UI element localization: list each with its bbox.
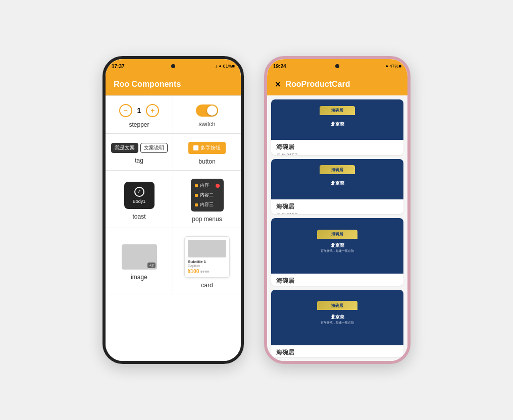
pop-menus-cell: 内容一 内容二 内容三 pop menus [173, 171, 241, 228]
product-name-3: 海碗居 [276, 277, 398, 285]
pop-menu-label-3: 内容三 [200, 201, 214, 208]
card-price: ¥100 ¥100 [188, 269, 226, 274]
pop-menu-item-2[interactable]: 内容二 [195, 190, 220, 200]
toast-body: Body1 [133, 199, 146, 204]
card-preview: Subtitle 1 Caption ¥100 ¥100 [184, 236, 230, 278]
sign-cn-1: 北京菜 [331, 121, 344, 128]
sign-cn-4: 北京菜 [331, 314, 344, 321]
left-icons: ♪ ● 61%■ [216, 64, 235, 69]
product-card-4[interactable]: 海碗居 北京菜 百年传承，每逢一筷京韵 海碗居 月售2153 price [271, 290, 403, 357]
sign-logo-3: 海碗居 [331, 231, 343, 237]
toast-cell: ✓ Body1 toast [106, 171, 173, 228]
switch-label: switch [198, 121, 215, 128]
pop-menu-item-1[interactable]: 内容一 [195, 181, 220, 190]
left-phone: 17:37 ♪ ● 61%■ Roo Components − 1 + step… [102, 56, 244, 364]
right-phone: 19:24 ● 47%■ × RooProductCard 海碗居 北京菜 [264, 56, 411, 364]
card-label: card [201, 282, 213, 289]
toast: ✓ Body1 [124, 182, 155, 209]
product-sign-4: 海碗居 北京菜 百年传承，每逢一筷京韵 [317, 301, 357, 334]
sign-bottom-2: 北京菜 [320, 174, 355, 193]
pop-menu-item-3[interactable]: 内容三 [195, 200, 220, 209]
tag-cell: 我是文案 文案说明 tag [106, 134, 173, 171]
product-sign-3: 海碗居 北京菜 百年传承，每逢一筷京韵 [317, 230, 357, 262]
switch-cell: switch [173, 96, 241, 134]
switch-toggle[interactable] [196, 104, 218, 117]
sign-logo-2: 海碗居 [331, 167, 343, 173]
card-cell: Subtitle 1 Caption ¥100 ¥100 card [173, 228, 241, 294]
pop-menu-dot-1 [195, 184, 198, 187]
product-list: 海碗居 北京菜 海碗居 月售2153 price [267, 95, 407, 361]
right-icons: ● 47%■ [386, 64, 401, 69]
product-body-3: 海碗居 月售2153 price [271, 274, 403, 285]
stepper-cell: − 1 + stepper [106, 96, 173, 134]
stepper[interactable]: − 1 + [119, 104, 160, 117]
tag-item-2[interactable]: 文案说明 [140, 143, 168, 153]
components-grid: − 1 + stepper switch 我是文案 文案说明 tag [106, 95, 241, 294]
pop-menu-dot-3 [195, 203, 198, 206]
pop-menu-badge [216, 184, 220, 188]
product-card-1[interactable]: 海碗居 北京菜 海碗居 月售2153 price [271, 99, 403, 155]
pop-menu-label-1: 内容一 [200, 182, 214, 189]
left-app-bar: Roo Components [106, 73, 241, 95]
image-cell: +2 image [106, 228, 173, 294]
tag-label: tag [135, 157, 143, 164]
sign-logo-1: 海碗居 [331, 108, 343, 113]
product-sales-2: 月售2153 [276, 212, 398, 215]
sign-bottom-4: 北京菜 百年传承，每逢一筷京韵 [317, 310, 357, 329]
sign-bottom-1: 北京菜 [320, 115, 355, 134]
product-name-4: 海碗居 [276, 348, 398, 357]
card-price-highlight: ¥100 [188, 269, 199, 274]
sign-sub-4: 百年传承，每逢一筷京韵 [321, 321, 354, 325]
card-caption: Caption [188, 264, 226, 268]
pop-menus-label: pop menus [192, 216, 222, 223]
left-app-title: Roo Components [114, 80, 181, 89]
tag-item-1[interactable]: 我是文案 [111, 143, 138, 153]
left-status-bar: 17:37 ♪ ● 61%■ [106, 59, 241, 73]
product-body-1: 海碗居 月售2153 price [271, 140, 403, 155]
left-time: 17:37 [112, 64, 125, 69]
switch-thumb [207, 106, 217, 116]
tag-group: 我是文案 文案说明 [111, 143, 168, 153]
sign-cn-3: 北京菜 [331, 242, 344, 249]
sign-sub-3: 百年传承，每逢一筷京韵 [321, 249, 354, 253]
stepper-minus[interactable]: − [119, 104, 132, 117]
pop-menu: 内容一 内容二 内容三 [191, 179, 224, 212]
sign-cn-2: 北京菜 [331, 180, 344, 187]
right-time: 19:24 [273, 64, 286, 69]
right-app-title: RooProductCard [286, 80, 350, 89]
multi-button[interactable]: 多字按钮 [188, 142, 226, 154]
close-button[interactable]: × [275, 79, 281, 90]
left-camera [171, 64, 175, 68]
pop-menu-label-2: 内容二 [200, 192, 214, 198]
product-sign-2: 海碗居 北京菜 [320, 165, 355, 193]
stepper-label: stepper [129, 121, 149, 128]
product-body-4: 海碗居 月售2153 price [271, 345, 403, 357]
button-label: button [198, 158, 215, 165]
pop-menu-dot-2 [195, 194, 198, 197]
image-label: image [131, 274, 147, 281]
toast-check-icon: ✓ [134, 187, 144, 197]
product-card-2[interactable]: 海碗居 北京菜 海碗居 月售2153 price [271, 159, 403, 215]
toast-label: toast [132, 213, 145, 220]
stepper-plus[interactable]: + [146, 104, 159, 117]
image-badge: +2 [147, 262, 155, 268]
product-sign-1: 海碗居 北京菜 [320, 106, 355, 134]
product-name-2: 海碗居 [276, 202, 398, 211]
product-body-2: 海碗居 月售2153 price [271, 199, 403, 215]
sign-bottom-3: 北京菜 百年传承，每逢一筷京韵 [317, 239, 357, 257]
btn-icon [193, 145, 198, 150]
card-img [188, 240, 226, 257]
right-app-bar: × RooProductCard [267, 73, 407, 95]
product-name-1: 海碗居 [276, 143, 398, 151]
sign-logo-4: 海碗居 [331, 303, 343, 308]
image-preview[interactable]: +2 [122, 244, 157, 270]
btn-label: 多字按钮 [200, 144, 221, 151]
sign-top-3: 海碗居 [317, 230, 357, 239]
product-sales-1: 月售2153 [276, 152, 398, 155]
product-card-3[interactable]: 海碗居 北京菜 百年传承，每逢一筷京韵 海碗居 月售2153 price [271, 218, 403, 285]
stepper-value: 1 [137, 107, 141, 115]
sign-top-2: 海碗居 [320, 165, 355, 174]
card-subtitle: Subtitle 1 [188, 259, 226, 264]
card-price-old: ¥100 [200, 270, 210, 274]
right-status-bar: 19:24 ● 47%■ [267, 59, 407, 73]
